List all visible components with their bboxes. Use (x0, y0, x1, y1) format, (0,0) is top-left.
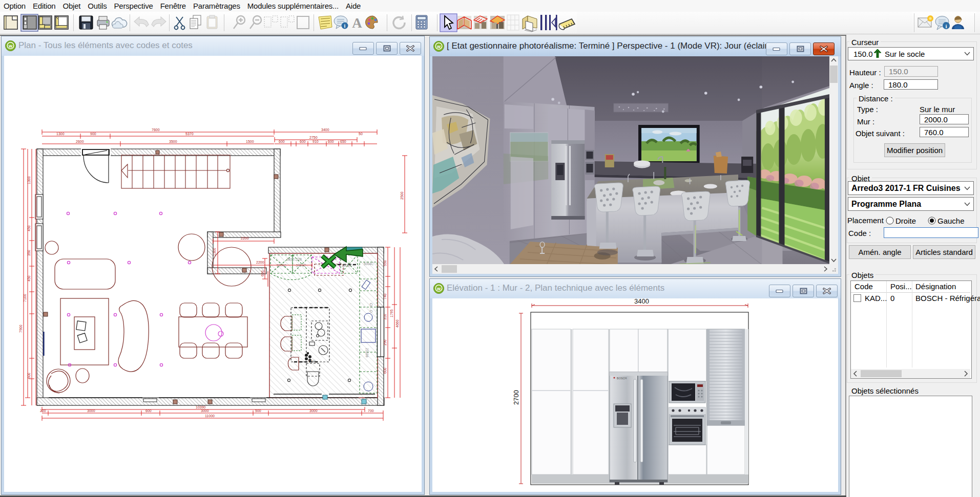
svg-text:900: 900 (90, 132, 96, 136)
svg-text:21638: 21638 (365, 348, 369, 357)
svg-text:600: 600 (279, 140, 285, 143)
svg-text:1300: 1300 (56, 132, 65, 136)
svg-text:600: 600 (145, 409, 152, 413)
svg-text:3500: 3500 (169, 140, 177, 143)
svg-text:2200: 2200 (256, 261, 264, 264)
svg-text:600: 600 (383, 368, 387, 374)
svg-text:600: 600 (328, 140, 334, 143)
svg-text:5575C: 5575C (342, 264, 352, 267)
svg-text:2750: 2750 (309, 136, 318, 139)
svg-text:3000: 3000 (309, 409, 318, 413)
svg-text:w: w (436, 286, 441, 291)
svg-text:2500: 2500 (400, 191, 404, 200)
svg-text:i: i (344, 23, 346, 29)
svg-text:A: A (352, 15, 362, 31)
svg-text:700: 700 (368, 409, 374, 413)
svg-text:6812..228: 6812..228 (287, 257, 302, 261)
svg-text:310: 310 (383, 314, 387, 320)
svg-text:1795: 1795 (390, 309, 393, 317)
svg-text:11000: 11000 (205, 414, 215, 418)
svg-text:5370: 5370 (185, 132, 194, 136)
svg-text:4660: 4660 (395, 319, 399, 328)
svg-text:3000: 3000 (201, 409, 209, 413)
svg-text:10390: 10390 (196, 405, 206, 409)
svg-text:200: 200 (40, 409, 46, 413)
svg-text:BOSCH: BOSCH (617, 377, 627, 380)
svg-text:3000: 3000 (87, 409, 95, 413)
svg-text:500: 500 (255, 409, 261, 413)
svg-text:1300: 1300 (213, 248, 216, 256)
svg-text:350: 350 (27, 250, 31, 256)
svg-text:600: 600 (300, 140, 306, 143)
svg-text:50: 50 (359, 132, 363, 136)
svg-text:450: 450 (27, 275, 31, 282)
svg-text:650: 650 (261, 270, 264, 276)
svg-text:7900: 7900 (19, 325, 23, 333)
svg-text:2700: 2700 (512, 390, 520, 405)
svg-text:Ch...O: Ch...O (369, 303, 373, 313)
svg-text:550: 550 (383, 260, 387, 266)
svg-text:2600: 2600 (76, 140, 84, 143)
svg-text:3400: 3400 (321, 128, 329, 132)
svg-text:740: 740 (383, 293, 387, 299)
svg-text:3400: 3400 (634, 298, 649, 305)
svg-text:290: 290 (383, 339, 387, 345)
svg-text:1500: 1500 (246, 140, 254, 143)
svg-text:7600: 7600 (152, 128, 160, 132)
svg-text:1300: 1300 (27, 176, 31, 184)
svg-text:w: w (436, 44, 441, 49)
svg-text:600: 600 (27, 373, 31, 379)
svg-text:i: i (945, 23, 947, 29)
svg-text:T140: T140 (308, 359, 316, 363)
svg-text:2200: 2200 (241, 236, 249, 240)
svg-text:5004C: 5004C (364, 262, 373, 266)
svg-text:450: 450 (27, 225, 31, 231)
svg-text:910: 910 (312, 140, 319, 143)
svg-text:w: w (8, 44, 13, 49)
svg-text:650: 650 (340, 140, 346, 143)
svg-text:7100: 7100 (23, 294, 27, 302)
